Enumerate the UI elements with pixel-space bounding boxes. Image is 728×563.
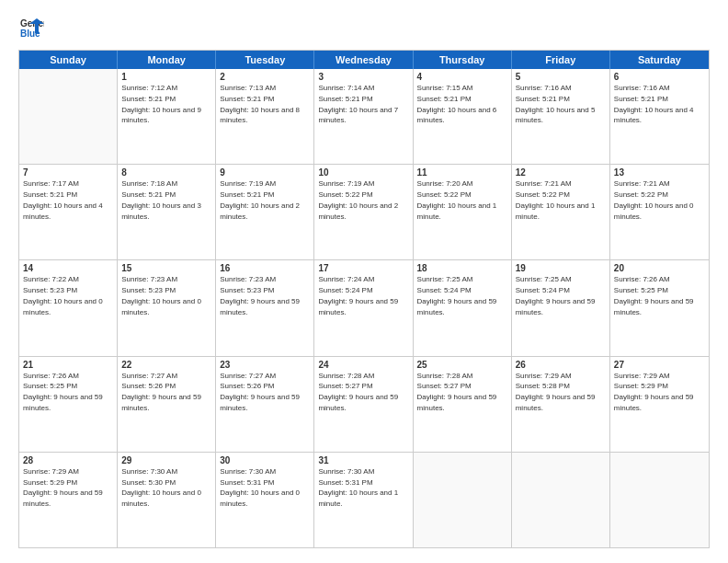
calendar-header: SundayMondayTuesdayWednesdayThursdayFrid… xyxy=(19,51,709,69)
day-info: Sunrise: 7:27 AMSunset: 5:26 PMDaylight:… xyxy=(121,372,201,412)
day-number: 30 xyxy=(220,455,310,465)
day-number: 11 xyxy=(417,167,507,178)
empty-cell xyxy=(19,69,118,164)
day-header-tuesday: Tuesday xyxy=(216,51,314,69)
day-number: 25 xyxy=(417,360,507,370)
day-info: Sunrise: 7:20 AMSunset: 5:22 PMDaylight:… xyxy=(417,179,497,220)
day-cell-20: 20 Sunrise: 7:26 AMSunset: 5:25 PMDaylig… xyxy=(610,260,709,355)
day-cell-17: 17 Sunrise: 7:24 AMSunset: 5:24 PMDaylig… xyxy=(314,260,413,355)
day-cell-24: 24 Sunrise: 7:28 AMSunset: 5:27 PMDaylig… xyxy=(314,357,413,452)
day-info: Sunrise: 7:21 AMSunset: 5:22 PMDaylight:… xyxy=(614,179,694,220)
day-info: Sunrise: 7:23 AMSunset: 5:23 PMDaylight:… xyxy=(121,275,201,316)
day-info: Sunrise: 7:30 AMSunset: 5:31 PMDaylight:… xyxy=(318,467,398,508)
day-header-monday: Monday xyxy=(118,51,216,69)
day-info: Sunrise: 7:24 AMSunset: 5:24 PMDaylight:… xyxy=(318,275,398,316)
day-cell-1: 1 Sunrise: 7:12 AMSunset: 5:21 PMDayligh… xyxy=(118,69,216,164)
day-cell-15: 15 Sunrise: 7:23 AMSunset: 5:23 PMDaylig… xyxy=(118,260,216,355)
logo: General Blue xyxy=(18,15,48,40)
day-info: Sunrise: 7:17 AMSunset: 5:21 PMDaylight:… xyxy=(23,179,103,220)
day-cell-22: 22 Sunrise: 7:27 AMSunset: 5:26 PMDaylig… xyxy=(118,357,216,452)
day-number: 27 xyxy=(614,360,705,370)
logo-icon: General Blue xyxy=(18,15,44,40)
day-number: 7 xyxy=(23,167,113,178)
day-cell-11: 11 Sunrise: 7:20 AMSunset: 5:22 PMDaylig… xyxy=(414,165,512,259)
day-number: 5 xyxy=(516,72,606,82)
calendar: SundayMondayTuesdayWednesdayThursdayFrid… xyxy=(18,50,710,548)
day-header-sunday: Sunday xyxy=(19,51,118,69)
day-header-wednesday: Wednesday xyxy=(314,51,413,69)
calendar-row-3: 14 Sunrise: 7:22 AMSunset: 5:23 PMDaylig… xyxy=(19,260,709,356)
day-number: 28 xyxy=(23,455,113,465)
day-info: Sunrise: 7:15 AMSunset: 5:21 PMDaylight:… xyxy=(417,84,497,124)
day-number: 22 xyxy=(121,360,211,370)
day-cell-26: 26 Sunrise: 7:29 AMSunset: 5:28 PMDaylig… xyxy=(512,357,610,452)
day-cell-14: 14 Sunrise: 7:22 AMSunset: 5:23 PMDaylig… xyxy=(19,260,118,355)
day-number: 19 xyxy=(516,263,606,273)
day-info: Sunrise: 7:29 AMSunset: 5:28 PMDaylight:… xyxy=(516,372,596,412)
day-number: 8 xyxy=(121,167,211,178)
calendar-row-2: 7 Sunrise: 7:17 AMSunset: 5:21 PMDayligh… xyxy=(19,165,709,260)
day-number: 31 xyxy=(318,455,408,465)
calendar-body: 1 Sunrise: 7:12 AMSunset: 5:21 PMDayligh… xyxy=(19,69,709,547)
day-info: Sunrise: 7:14 AMSunset: 5:21 PMDaylight:… xyxy=(318,84,398,124)
day-number: 23 xyxy=(220,360,310,370)
header: General Blue xyxy=(18,15,710,40)
day-cell-5: 5 Sunrise: 7:16 AMSunset: 5:21 PMDayligh… xyxy=(512,69,610,164)
day-cell-12: 12 Sunrise: 7:21 AMSunset: 5:22 PMDaylig… xyxy=(512,165,610,259)
day-cell-27: 27 Sunrise: 7:29 AMSunset: 5:29 PMDaylig… xyxy=(610,357,709,452)
day-info: Sunrise: 7:22 AMSunset: 5:23 PMDaylight:… xyxy=(23,275,103,316)
day-info: Sunrise: 7:28 AMSunset: 5:27 PMDaylight:… xyxy=(318,372,398,412)
day-number: 10 xyxy=(318,167,408,178)
day-number: 4 xyxy=(417,72,507,82)
day-cell-25: 25 Sunrise: 7:28 AMSunset: 5:27 PMDaylig… xyxy=(414,357,512,452)
day-cell-10: 10 Sunrise: 7:19 AMSunset: 5:22 PMDaylig… xyxy=(314,165,413,259)
day-number: 2 xyxy=(220,72,310,82)
day-info: Sunrise: 7:18 AMSunset: 5:21 PMDaylight:… xyxy=(121,179,201,220)
day-header-thursday: Thursday xyxy=(414,51,512,69)
day-number: 29 xyxy=(121,455,211,465)
calendar-row-4: 21 Sunrise: 7:26 AMSunset: 5:25 PMDaylig… xyxy=(19,357,709,453)
day-number: 12 xyxy=(516,167,606,178)
empty-cell xyxy=(414,453,512,547)
day-cell-13: 13 Sunrise: 7:21 AMSunset: 5:22 PMDaylig… xyxy=(610,165,709,259)
day-info: Sunrise: 7:30 AMSunset: 5:30 PMDaylight:… xyxy=(121,467,201,508)
day-cell-19: 19 Sunrise: 7:25 AMSunset: 5:24 PMDaylig… xyxy=(512,260,610,355)
day-info: Sunrise: 7:25 AMSunset: 5:24 PMDaylight:… xyxy=(516,275,596,316)
day-info: Sunrise: 7:29 AMSunset: 5:29 PMDaylight:… xyxy=(23,467,103,508)
day-info: Sunrise: 7:13 AMSunset: 5:21 PMDaylight:… xyxy=(220,84,300,124)
day-info: Sunrise: 7:21 AMSunset: 5:22 PMDaylight:… xyxy=(516,179,596,220)
day-cell-23: 23 Sunrise: 7:27 AMSunset: 5:26 PMDaylig… xyxy=(216,357,314,452)
day-cell-21: 21 Sunrise: 7:26 AMSunset: 5:25 PMDaylig… xyxy=(19,357,118,452)
day-info: Sunrise: 7:12 AMSunset: 5:21 PMDaylight:… xyxy=(121,84,201,124)
day-cell-8: 8 Sunrise: 7:18 AMSunset: 5:21 PMDayligh… xyxy=(118,165,216,259)
day-cell-30: 30 Sunrise: 7:30 AMSunset: 5:31 PMDaylig… xyxy=(216,453,314,547)
day-info: Sunrise: 7:19 AMSunset: 5:21 PMDaylight:… xyxy=(220,179,300,220)
day-cell-2: 2 Sunrise: 7:13 AMSunset: 5:21 PMDayligh… xyxy=(216,69,314,164)
calendar-row-5: 28 Sunrise: 7:29 AMSunset: 5:29 PMDaylig… xyxy=(19,453,709,547)
day-number: 13 xyxy=(614,167,705,178)
day-info: Sunrise: 7:29 AMSunset: 5:29 PMDaylight:… xyxy=(614,372,694,412)
day-info: Sunrise: 7:26 AMSunset: 5:25 PMDaylight:… xyxy=(614,275,694,316)
day-info: Sunrise: 7:16 AMSunset: 5:21 PMDaylight:… xyxy=(614,84,694,124)
day-info: Sunrise: 7:27 AMSunset: 5:26 PMDaylight:… xyxy=(220,372,300,412)
day-cell-31: 31 Sunrise: 7:30 AMSunset: 5:31 PMDaylig… xyxy=(314,453,413,547)
day-cell-16: 16 Sunrise: 7:23 AMSunset: 5:23 PMDaylig… xyxy=(216,260,314,355)
day-number: 3 xyxy=(318,72,408,82)
day-number: 15 xyxy=(121,263,211,273)
empty-cell xyxy=(512,453,610,547)
day-number: 26 xyxy=(516,360,606,370)
day-number: 1 xyxy=(121,72,211,82)
day-number: 9 xyxy=(220,167,310,178)
day-cell-3: 3 Sunrise: 7:14 AMSunset: 5:21 PMDayligh… xyxy=(314,69,413,164)
day-header-friday: Friday xyxy=(512,51,610,69)
calendar-row-1: 1 Sunrise: 7:12 AMSunset: 5:21 PMDayligh… xyxy=(19,69,709,165)
day-number: 6 xyxy=(614,72,705,82)
day-number: 14 xyxy=(23,263,113,273)
empty-cell xyxy=(610,453,709,547)
day-cell-18: 18 Sunrise: 7:25 AMSunset: 5:24 PMDaylig… xyxy=(414,260,512,355)
day-number: 18 xyxy=(417,263,507,273)
day-info: Sunrise: 7:16 AMSunset: 5:21 PMDaylight:… xyxy=(516,84,596,124)
day-info: Sunrise: 7:26 AMSunset: 5:25 PMDaylight:… xyxy=(23,372,103,412)
day-cell-28: 28 Sunrise: 7:29 AMSunset: 5:29 PMDaylig… xyxy=(19,453,118,547)
day-number: 24 xyxy=(318,360,408,370)
